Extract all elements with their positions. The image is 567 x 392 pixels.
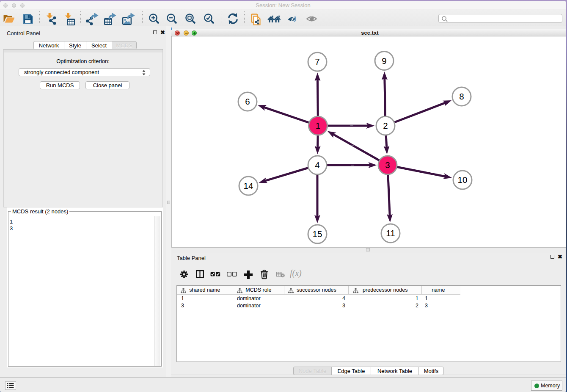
svg-text:6: 6	[245, 97, 250, 106]
svg-text:14: 14	[243, 181, 253, 190]
svg-text:7: 7	[315, 57, 319, 66]
svg-text:8: 8	[459, 91, 464, 101]
svg-text:15: 15	[312, 229, 322, 239]
svg-text:3: 3	[385, 160, 390, 170]
svg-text:1: 1	[315, 121, 320, 130]
svg-text:10: 10	[457, 175, 467, 185]
svg-text:4: 4	[315, 160, 319, 170]
svg-text:2: 2	[383, 121, 388, 130]
svg-text:9: 9	[382, 56, 386, 66]
svg-text:11: 11	[386, 228, 395, 238]
